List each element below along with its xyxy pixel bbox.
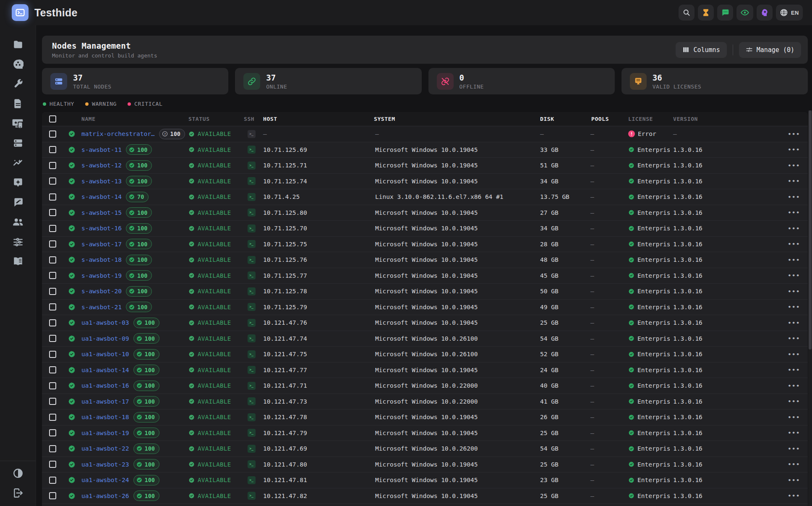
row-actions-button[interactable]: ••• — [781, 414, 808, 420]
column-header-host[interactable]: HOST — [260, 116, 372, 122]
wrench-icon[interactable] — [12, 78, 24, 89]
row-checkbox[interactable] — [49, 335, 56, 342]
column-header-ssh[interactable]: SSH — [243, 116, 260, 122]
row-actions-button[interactable]: ••• — [781, 335, 808, 342]
assistant-button[interactable] — [757, 5, 773, 21]
contrast-icon[interactable] — [12, 468, 24, 479]
columns-button[interactable]: Columns — [676, 42, 726, 58]
people-icon[interactable] — [12, 216, 24, 227]
devices-star-icon[interactable] — [12, 118, 24, 129]
row-actions-button[interactable]: ••• — [781, 430, 808, 436]
row-actions-button[interactable]: ••• — [781, 477, 808, 483]
row-actions-button[interactable]: ••• — [781, 162, 808, 169]
row-actions-button[interactable]: ••• — [781, 225, 808, 232]
row-checkbox[interactable] — [49, 303, 56, 310]
row-checkbox[interactable] — [49, 146, 56, 153]
watch-button[interactable] — [736, 5, 753, 21]
node-name-link[interactable]: s-awsbot-20 — [81, 288, 122, 295]
node-name-link[interactable]: ua1-awsbot-17 — [81, 398, 129, 405]
book-icon[interactable] — [12, 256, 24, 267]
row-actions-button[interactable]: ••• — [781, 131, 808, 137]
row-checkbox[interactable] — [49, 492, 56, 499]
sliders-icon[interactable] — [12, 236, 24, 247]
node-name-link[interactable]: s-awsbot-11 — [81, 146, 122, 153]
row-actions-button[interactable]: ••• — [781, 178, 808, 184]
row-checkbox[interactable] — [49, 162, 56, 169]
row-actions-button[interactable]: ••• — [781, 146, 808, 153]
column-header-system[interactable]: SYSTEM — [372, 116, 537, 122]
trending-sparkle-icon[interactable] — [12, 157, 24, 168]
node-name-link[interactable]: ua1-awsbot-09 — [81, 335, 129, 342]
node-name-link[interactable]: ua1-awsbot-18 — [81, 414, 129, 420]
row-checkbox[interactable] — [49, 351, 56, 358]
row-checkbox[interactable] — [49, 398, 56, 405]
badge-sparkle-icon[interactable] — [12, 177, 24, 188]
row-checkbox[interactable] — [49, 414, 56, 421]
node-name-link[interactable]: s-awsbot-15 — [81, 209, 122, 216]
history-button[interactable] — [698, 5, 714, 21]
row-actions-button[interactable]: ••• — [781, 383, 808, 389]
node-name-link[interactable]: s-awsbot-13 — [81, 178, 122, 185]
language-button[interactable]: EN — [776, 5, 803, 21]
node-name-link[interactable]: ua1-awsbot-24 — [81, 477, 129, 483]
column-header-name[interactable]: NAME — [78, 116, 185, 122]
row-checkbox[interactable] — [49, 461, 56, 468]
folder-icon[interactable] — [12, 39, 24, 50]
row-checkbox[interactable] — [49, 256, 56, 263]
node-name-link[interactable]: ua1-awsbot-03 — [81, 319, 129, 326]
row-checkbox[interactable] — [49, 272, 56, 279]
column-header-license[interactable]: LICENSE — [625, 116, 670, 122]
search-button[interactable] — [679, 5, 695, 21]
row-actions-button[interactable]: ••• — [781, 367, 808, 373]
logout-icon[interactable] — [12, 488, 24, 498]
row-checkbox[interactable] — [49, 445, 56, 452]
row-actions-button[interactable]: ••• — [781, 398, 808, 404]
node-name-link[interactable]: s-awsbot-14 — [81, 193, 122, 200]
row-checkbox[interactable] — [49, 382, 56, 389]
row-checkbox[interactable] — [49, 209, 56, 216]
node-name-link[interactable]: s-awsbot-17 — [81, 241, 122, 248]
row-actions-button[interactable]: ••• — [781, 493, 808, 499]
row-actions-button[interactable]: ••• — [781, 257, 808, 263]
node-name-link[interactable]: s-awsbot-12 — [81, 162, 122, 169]
row-checkbox[interactable] — [49, 477, 56, 484]
node-name-link[interactable]: ua1-awsbot-14 — [81, 367, 129, 373]
node-name-link[interactable]: s-awsbot-19 — [81, 272, 122, 279]
node-name-link[interactable]: s-awsbot-16 — [81, 225, 122, 232]
row-checkbox[interactable] — [49, 177, 56, 185]
row-checkbox[interactable] — [49, 288, 56, 295]
row-checkbox[interactable] — [49, 319, 56, 326]
row-actions-button[interactable]: ••• — [781, 241, 808, 247]
row-checkbox[interactable] — [49, 240, 56, 248]
row-checkbox[interactable] — [49, 225, 56, 232]
row-checkbox[interactable] — [49, 130, 56, 138]
app-logo[interactable] — [12, 4, 29, 21]
row-actions-button[interactable]: ••• — [781, 320, 808, 326]
node-name-link[interactable]: s-awsbot-21 — [81, 304, 122, 310]
row-checkbox[interactable] — [49, 193, 56, 201]
node-name-link[interactable]: matrix-orchestrator… — [81, 130, 155, 137]
select-all-checkbox[interactable] — [49, 115, 56, 123]
chat-edit-icon[interactable] — [12, 197, 24, 208]
node-name-link[interactable]: ua1-awsbot-19 — [81, 430, 129, 436]
column-header-version[interactable]: VERSION — [670, 116, 781, 122]
chat-button[interactable] — [717, 5, 733, 21]
row-actions-button[interactable]: ••• — [781, 461, 808, 467]
node-name-link[interactable]: ua1-awsbot-22 — [81, 445, 129, 452]
reel-icon[interactable] — [12, 59, 24, 70]
row-actions-button[interactable]: ••• — [781, 288, 808, 295]
row-actions-button[interactable]: ••• — [781, 351, 808, 357]
column-header-status[interactable]: STATUS — [185, 116, 243, 122]
manage-button[interactable]: Manage (0) — [739, 42, 801, 58]
node-name-link[interactable]: ua1-awsbot-16 — [81, 382, 129, 389]
node-name-link[interactable]: ua1-awsbot-10 — [81, 351, 129, 357]
row-checkbox[interactable] — [49, 429, 56, 436]
row-actions-button[interactable]: ••• — [781, 272, 808, 279]
document-icon[interactable] — [12, 98, 24, 109]
node-name-link[interactable]: ua1-awsbot-23 — [81, 461, 129, 468]
row-actions-button[interactable]: ••• — [781, 209, 808, 216]
server-icon[interactable] — [12, 138, 24, 149]
column-header-pools[interactable]: POOLS — [587, 116, 625, 122]
node-name-link[interactable]: s-awsbot-18 — [81, 256, 122, 263]
row-actions-button[interactable]: ••• — [781, 304, 808, 310]
